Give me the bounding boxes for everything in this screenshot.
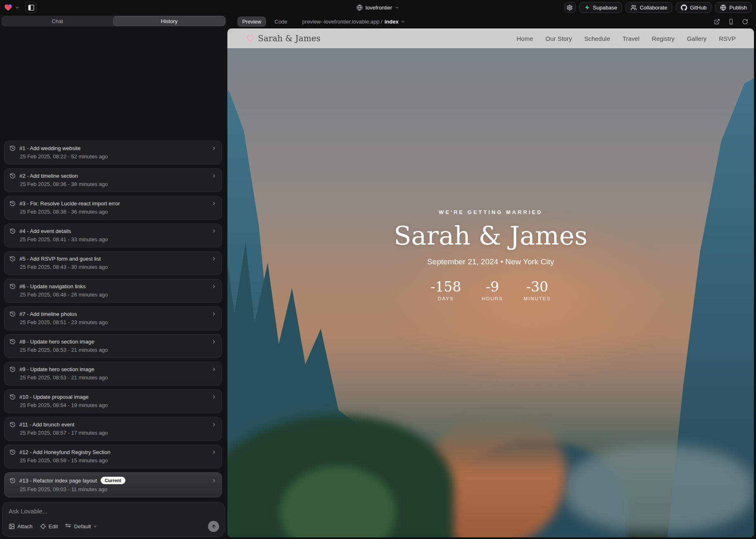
hero-section: WE'RE GETTING MARRIED Sarah & James Sept… bbox=[227, 209, 754, 301]
history-item-2[interactable]: #2 - Add timeline section 25 Feb 2025, 0… bbox=[4, 168, 222, 192]
gear-icon bbox=[567, 5, 573, 11]
external-link-icon bbox=[714, 19, 720, 25]
open-in-new-tab-button[interactable] bbox=[714, 19, 720, 25]
history-item-title: #3 - Fix: Resolve Lucide-react import er… bbox=[19, 200, 120, 207]
chat-history-panel: Chat History #1 - Add wedding website 25… bbox=[0, 15, 227, 539]
history-item-title: #9 - Update hero section image bbox=[19, 366, 94, 372]
preview-actions bbox=[714, 19, 748, 25]
preview-url[interactable]: preview--lovefrontier.lovable.app / inde… bbox=[302, 19, 405, 25]
project-name: lovefrontier bbox=[366, 5, 392, 11]
nav-gallery[interactable]: Gallery bbox=[687, 35, 707, 42]
nav-registry[interactable]: Registry bbox=[652, 35, 675, 42]
countdown-hours-value: -9 bbox=[482, 279, 503, 295]
arrow-up-icon bbox=[211, 524, 217, 530]
history-item-title: #10 - Update proposal image bbox=[19, 394, 89, 400]
mobile-view-button[interactable] bbox=[728, 19, 734, 25]
workspace-chevron-down-icon[interactable] bbox=[15, 5, 19, 10]
site-logo[interactable]: Sarah & James bbox=[246, 33, 321, 43]
github-button[interactable]: GitHub bbox=[676, 2, 711, 13]
chevron-right-icon[interactable] bbox=[211, 478, 217, 483]
history-item-6[interactable]: #6 - Update navigation links 25 Feb 2025… bbox=[4, 279, 222, 303]
project-switcher[interactable]: lovefrontier bbox=[357, 0, 399, 15]
countdown-days-value: -158 bbox=[430, 279, 461, 295]
chevron-right-icon[interactable] bbox=[211, 367, 217, 372]
countdown: -158 DAYS -9 HOURS -30 MINUTES bbox=[227, 279, 754, 301]
sidebar-toggle-button[interactable] bbox=[25, 2, 37, 13]
settings-button[interactable] bbox=[564, 2, 576, 13]
history-item-title: #4 - Add event details bbox=[19, 228, 71, 234]
chevron-right-icon[interactable] bbox=[211, 201, 217, 206]
history-icon bbox=[9, 311, 16, 317]
chevron-right-icon[interactable] bbox=[211, 284, 217, 289]
history-item-12[interactable]: #12 - Add Honeyfund Registry Section 25 … bbox=[4, 445, 222, 468]
chevron-right-icon[interactable] bbox=[211, 450, 217, 455]
chevron-right-icon[interactable] bbox=[211, 422, 217, 427]
nav-our-story[interactable]: Our Story bbox=[546, 35, 572, 42]
history-item-1[interactable]: #1 - Add wedding website 25 Feb 2025, 08… bbox=[4, 141, 222, 165]
chevron-right-icon[interactable] bbox=[211, 228, 217, 234]
mode-chevron-down-icon bbox=[93, 524, 97, 529]
collaborate-button[interactable]: Collaborate bbox=[626, 2, 672, 13]
history-item-meta: 25 Feb 2025, 08:43 - 30 minutes ago bbox=[20, 264, 217, 270]
supabase-label: Supabase bbox=[593, 5, 617, 11]
chevron-right-icon[interactable] bbox=[211, 339, 217, 344]
history-icon bbox=[9, 200, 16, 207]
nav-home[interactable]: Home bbox=[517, 35, 533, 42]
supabase-bolt-icon bbox=[584, 5, 590, 10]
send-button[interactable] bbox=[208, 521, 219, 532]
crosshair-icon bbox=[40, 523, 46, 530]
history-icon bbox=[9, 228, 16, 234]
history-item-10[interactable]: #10 - Update proposal image 25 Feb 2025,… bbox=[4, 389, 222, 413]
chevron-right-icon[interactable] bbox=[211, 256, 217, 261]
chevron-right-icon[interactable] bbox=[211, 146, 217, 151]
history-item-5[interactable]: #5 - Add RSVP form and guest list 25 Feb… bbox=[4, 251, 222, 275]
refresh-icon bbox=[742, 19, 748, 25]
history-item-meta: 25 Feb 2025, 08:51 - 23 minutes ago bbox=[20, 319, 217, 325]
history-item-9[interactable]: #9 - Update hero section image 25 Feb 20… bbox=[4, 362, 222, 386]
tab-history[interactable]: History bbox=[113, 16, 225, 26]
history-item-7[interactable]: #7 - Add timeline photos 25 Feb 2025, 08… bbox=[4, 306, 222, 330]
nav-rsvp[interactable]: RSVP bbox=[719, 35, 736, 42]
chevron-right-icon[interactable] bbox=[211, 394, 217, 400]
history-item-title: #2 - Add timeline section bbox=[19, 173, 78, 179]
nav-travel[interactable]: Travel bbox=[622, 35, 639, 42]
history-item-meta: 25 Feb 2025, 08:53 - 21 minutes ago bbox=[20, 347, 217, 353]
supabase-button[interactable]: Supabase bbox=[579, 2, 622, 13]
attach-button[interactable]: Attach bbox=[9, 523, 33, 530]
history-item-4[interactable]: #4 - Add event details 25 Feb 2025, 08:4… bbox=[4, 224, 222, 247]
nav-schedule[interactable]: Schedule bbox=[584, 35, 610, 42]
chevron-right-icon[interactable] bbox=[211, 311, 217, 317]
edit-button[interactable]: Edit bbox=[40, 523, 58, 530]
history-item-title: #12 - Add Honeyfund Registry Section bbox=[19, 449, 110, 455]
tab-code[interactable]: Code bbox=[269, 16, 292, 27]
history-item-title: #11 - Add brunch event bbox=[19, 421, 74, 428]
ask-lovable-input[interactable] bbox=[9, 508, 219, 515]
smartphone-icon bbox=[728, 19, 734, 25]
tab-chat[interactable]: Chat bbox=[2, 16, 113, 26]
github-icon bbox=[681, 5, 687, 11]
history-icon bbox=[9, 478, 16, 484]
mode-select[interactable]: Default bbox=[65, 523, 97, 530]
publish-button[interactable]: Publish bbox=[715, 2, 752, 13]
topbar: lovefrontier Supabase Collaborate GitHub bbox=[0, 0, 756, 15]
history-item-3[interactable]: #3 - Fix: Resolve Lucide-react import er… bbox=[4, 196, 222, 220]
history-item-title: #6 - Update navigation links bbox=[19, 283, 85, 290]
chevron-right-icon[interactable] bbox=[211, 173, 217, 179]
lovable-logo-heart-icon[interactable] bbox=[4, 3, 12, 12]
history-icon bbox=[9, 449, 16, 455]
composer-actions: Attach Edit Default bbox=[9, 521, 219, 532]
history-item-8[interactable]: #8 - Update hero section image 25 Feb 20… bbox=[4, 334, 222, 358]
collaborate-label: Collaborate bbox=[640, 5, 667, 11]
history-item-11[interactable]: #11 - Add brunch event 25 Feb 2025, 08:5… bbox=[4, 417, 222, 441]
panel-left-icon bbox=[28, 4, 35, 11]
topbar-actions: Supabase Collaborate GitHub Publish bbox=[564, 2, 752, 13]
history-icon bbox=[9, 173, 16, 179]
heart-outline-icon bbox=[246, 35, 254, 42]
history-item-title: #1 - Add wedding website bbox=[19, 145, 80, 151]
site-nav: Home Our Story Schedule Travel Registry … bbox=[517, 35, 736, 42]
history-item-13-current[interactable]: #13 - Refactor index page layout Current… bbox=[4, 472, 222, 497]
site-preview-viewport: Sarah & James Home Our Story Schedule Tr… bbox=[227, 28, 754, 537]
tab-preview[interactable]: Preview bbox=[237, 16, 266, 27]
github-label: GitHub bbox=[690, 5, 706, 11]
refresh-button[interactable] bbox=[742, 19, 748, 25]
